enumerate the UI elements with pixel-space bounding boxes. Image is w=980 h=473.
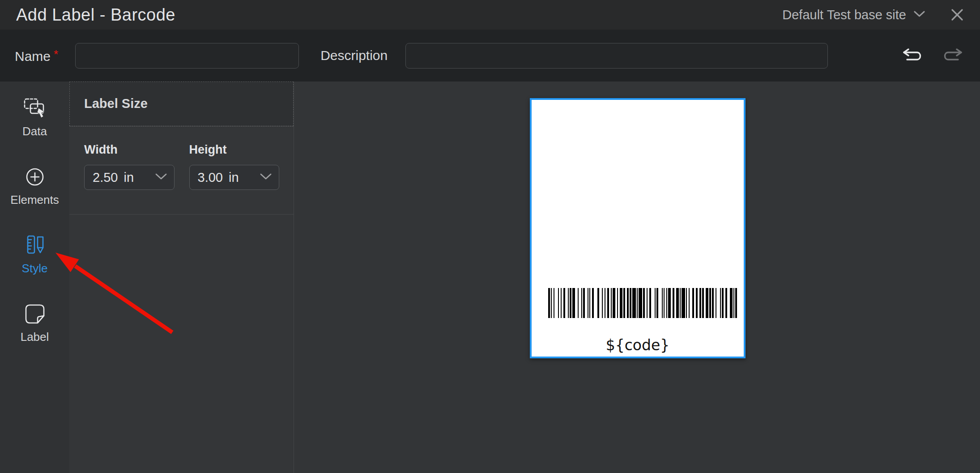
name-label: Name* (15, 47, 58, 64)
sidebar-item-data[interactable]: Data (0, 97, 69, 138)
height-field: Height 3.00 in (189, 142, 280, 190)
sidebar-item-label: Style (22, 262, 48, 275)
barcode-placeholder-text: ${code} (532, 336, 744, 354)
width-field: Width 2.50 in (84, 142, 175, 190)
width-dropdown[interactable]: 2.50 in (84, 165, 175, 190)
style-icon (24, 234, 46, 257)
sidebar-item-elements[interactable]: Elements (0, 165, 69, 207)
height-value: 3.00 (198, 170, 223, 185)
section-title: Label Size (84, 96, 148, 111)
sidebar-item-label: Data (22, 125, 47, 138)
height-dropdown[interactable]: 3.00 in (189, 165, 280, 190)
tool-sidebar: Data Elements (0, 82, 69, 473)
height-unit: in (229, 170, 239, 185)
chevron-down-icon (913, 10, 925, 20)
label-icon (24, 302, 46, 326)
required-asterisk: * (54, 47, 58, 61)
redo-button[interactable] (942, 48, 962, 63)
style-panel: Label Size Width 2.50 in Height 3.00 in (69, 82, 294, 473)
barcode[interactable] (548, 288, 737, 318)
elements-icon (24, 165, 46, 189)
name-input[interactable] (75, 43, 299, 69)
chevron-down-icon (155, 173, 167, 182)
description-input[interactable] (405, 43, 828, 69)
undo-button[interactable] (903, 48, 923, 63)
sidebar-item-label-tab[interactable]: Label (0, 302, 69, 344)
sidebar-item-label: Elements (10, 193, 59, 207)
chevron-down-icon (260, 173, 272, 182)
design-canvas[interactable]: ${code} (294, 82, 980, 473)
label-meta-bar: Name* Description (0, 30, 980, 82)
site-selector-label: Default Test base site (782, 8, 906, 22)
close-icon[interactable] (950, 8, 964, 22)
description-label: Description (320, 48, 388, 63)
height-label: Height (189, 142, 280, 157)
panel-empty-area (69, 215, 294, 473)
width-value: 2.50 (93, 170, 118, 185)
label-size-section-header[interactable]: Label Size (69, 82, 294, 126)
site-selector-dropdown[interactable]: Default Test base site (782, 8, 925, 22)
redo-icon (942, 48, 962, 63)
undo-icon (903, 48, 923, 63)
sidebar-item-label: Label (21, 330, 49, 344)
label-preview[interactable]: ${code} (530, 98, 746, 358)
sidebar-item-style[interactable]: Style (0, 234, 69, 275)
title-bar: Add Label - Barcode Default Test base si… (0, 0, 980, 30)
width-unit: in (124, 170, 134, 185)
data-icon (24, 97, 46, 120)
width-label: Width (84, 142, 175, 157)
page-title: Add Label - Barcode (16, 5, 175, 25)
